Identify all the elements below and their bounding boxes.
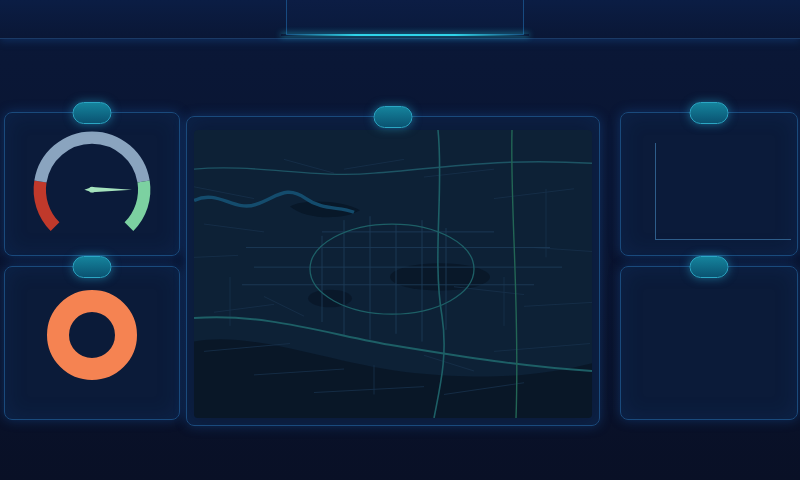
panel-header-host-type xyxy=(690,102,729,124)
top-nav-bar xyxy=(0,0,800,39)
panel-header-device-stats xyxy=(690,256,729,278)
panel-header-network xyxy=(73,256,112,278)
map-roads xyxy=(194,130,592,418)
panel-project-map xyxy=(186,116,600,426)
panel-device-stats xyxy=(620,266,798,420)
host-type-chart xyxy=(629,143,791,249)
network-donut-chart xyxy=(17,283,167,387)
panel-online-rate xyxy=(4,112,180,256)
dashboard xyxy=(0,0,800,480)
map-canvas[interactable] xyxy=(194,130,592,418)
panel-header-map xyxy=(374,106,413,128)
online-rate-gauge xyxy=(12,127,172,241)
app-title-box xyxy=(286,0,524,35)
panel-host-type xyxy=(620,112,798,256)
panel-header-online-rate xyxy=(73,102,112,124)
panel-network-mode xyxy=(4,266,180,420)
